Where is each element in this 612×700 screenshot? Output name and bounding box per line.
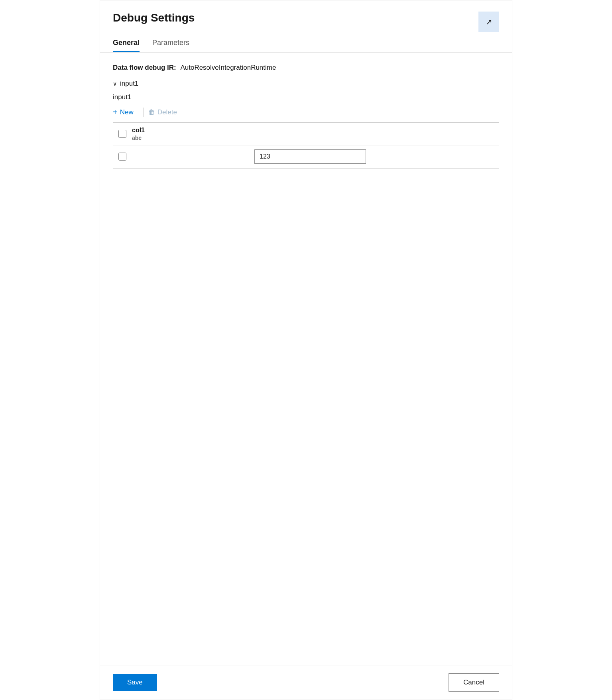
row-col-value	[254, 149, 499, 164]
header-checkbox[interactable]	[118, 130, 126, 138]
dialog-header: Debug Settings ↗	[100, 0, 512, 32]
trash-icon: 🗑	[148, 108, 155, 116]
toolbar: + New 🗑 Delete	[113, 106, 499, 123]
dialog-title: Debug Settings	[113, 12, 195, 24]
subsection-label: input1	[113, 93, 499, 101]
cancel-button[interactable]: Cancel	[449, 673, 499, 692]
tab-bar: General Parameters	[100, 32, 512, 53]
data-table: col1 abc	[113, 123, 499, 169]
dialog-body: Data flow debug IR: AutoResolveIntegrati…	[100, 53, 512, 665]
new-label: New	[120, 108, 134, 116]
debug-ir-line: Data flow debug IR: AutoResolveIntegrati…	[113, 64, 499, 72]
expand-icon: ↗	[486, 17, 492, 27]
delete-label: Delete	[157, 108, 177, 116]
col1-type: abc	[132, 135, 254, 141]
dialog-footer: Save Cancel	[100, 665, 512, 700]
expand-button[interactable]: ↗	[478, 12, 499, 32]
section-collapse-header[interactable]: ∨ input1	[113, 80, 499, 88]
debug-settings-dialog: Debug Settings ↗ General Parameters Data…	[100, 0, 512, 700]
row-checkbox-col	[113, 153, 132, 161]
table-row	[113, 145, 499, 168]
chevron-down-icon: ∨	[113, 80, 117, 87]
debug-ir-value: AutoResolveIntegrationRuntime	[180, 64, 276, 71]
col1-name: col1	[132, 127, 254, 134]
delete-button[interactable]: 🗑 Delete	[148, 107, 182, 118]
header-col-name: col1 abc	[132, 127, 254, 141]
toolbar-divider	[143, 108, 144, 117]
row-checkbox[interactable]	[118, 153, 126, 161]
tab-parameters[interactable]: Parameters	[152, 39, 189, 52]
save-button[interactable]: Save	[113, 674, 157, 691]
tab-general[interactable]: General	[113, 39, 140, 52]
debug-ir-label: Data flow debug IR:	[113, 64, 176, 71]
header-checkbox-col	[113, 130, 132, 138]
plus-icon: +	[113, 108, 118, 117]
section-header-label: input1	[120, 80, 138, 88]
new-button[interactable]: + New	[113, 106, 138, 118]
table-header-row: col1 abc	[113, 123, 499, 145]
value-input[interactable]	[254, 149, 366, 164]
